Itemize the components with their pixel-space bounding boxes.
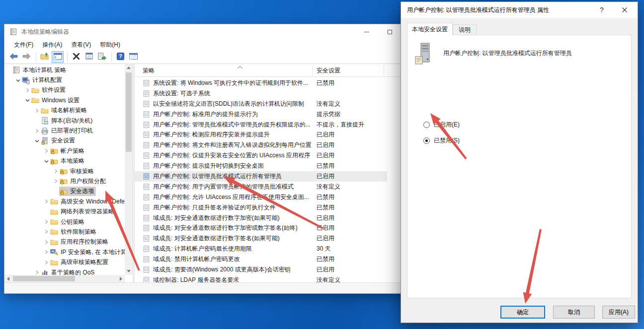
tree-item[interactable]: 公钥策略 — [4, 217, 125, 227]
tree-node[interactable]: 软件限制策略 — [50, 227, 98, 237]
tree-item[interactable]: 已部署的打印机 — [4, 126, 125, 135]
column-header-security-setting[interactable]: 安全设置 — [317, 66, 340, 75]
policy-row[interactable]: 用户帐户控制: 只提升签名并验证的可执行文件已禁用 — [135, 202, 387, 213]
collapsed-chevron-icon[interactable] — [34, 107, 40, 114]
tree-item[interactable]: 本地策略 — [4, 156, 125, 166]
help-button[interactable]: ? — [114, 51, 126, 63]
tree-node[interactable]: 本地策略 — [50, 156, 86, 166]
tree-node[interactable]: 安全设置 — [40, 136, 77, 145]
tree-item[interactable]: IP 安全策略, 在 本地计算 — [4, 247, 125, 257]
menu-item[interactable]: 文件(F) — [9, 39, 38, 51]
tree-node[interactable]: 安全选项 — [59, 187, 96, 196]
up-one-level-button[interactable] — [39, 51, 51, 63]
tree-node[interactable]: 脚本(启动/关机) — [40, 116, 94, 126]
tree-item[interactable]: 计算机配置 — [4, 75, 125, 85]
tree-item[interactable]: 用户权限分配 — [4, 176, 125, 186]
properties-button[interactable] — [83, 51, 95, 63]
collapsed-chevron-icon[interactable] — [34, 269, 40, 275]
dialog-title-bar[interactable]: 用户帐户控制: 以管理员批准模式运行所有管理员 属性 ? — [401, 2, 638, 18]
collapsed-chevron-icon[interactable] — [24, 87, 31, 94]
ok-button[interactable]: 确定 — [500, 306, 545, 319]
column-divider[interactable] — [384, 66, 384, 75]
forward-button[interactable] — [20, 51, 32, 63]
expanded-chevron-icon[interactable] — [24, 97, 31, 104]
tree-node[interactable]: 基于策略的 QoS — [40, 268, 96, 275]
tree-item[interactable]: 脚本(启动/关机) — [4, 116, 125, 126]
column-divider[interactable] — [313, 66, 313, 75]
collapsed-chevron-icon[interactable] — [43, 218, 50, 225]
tree-item[interactable]: 应用程序控制策略 — [4, 237, 125, 247]
back-button[interactable] — [7, 51, 19, 63]
column-header-policy[interactable]: 策略 — [143, 66, 155, 75]
tree-item[interactable]: 本地计算机 策略 — [4, 65, 125, 75]
tree-vertical-scrollbar[interactable] — [125, 64, 133, 275]
tree-item[interactable]: 软件限制策略 — [4, 227, 125, 237]
policy-row[interactable]: 用户帐户控制: 允许 UIAccess 应用程序在不使用安全桌面...已禁用 — [135, 192, 387, 202]
collapsed-chevron-icon[interactable] — [43, 249, 50, 256]
tree-node[interactable]: 网络列表管理器策略 — [50, 207, 116, 216]
expanded-chevron-icon[interactable] — [43, 158, 50, 165]
title-bar[interactable]: 本地组策略编辑器 — [4, 24, 427, 39]
radio-option[interactable]: 已禁用(S) — [423, 136, 460, 144]
collapsed-chevron-icon[interactable] — [43, 239, 50, 246]
tree-node[interactable]: 公钥策略 — [50, 217, 86, 227]
policy-row[interactable]: 域成员: 计算机帐户密码最长使用期限30 天 — [135, 244, 387, 254]
tree-item[interactable]: 基于策略的 QoS — [4, 267, 125, 275]
policy-row[interactable]: 域成员: 对安全通道数据进行数字签名(如果可能)已启用 — [135, 233, 387, 244]
scrollbar-thumb[interactable] — [126, 72, 132, 152]
tree-item[interactable]: 高级安全 Windows Defe — [4, 197, 125, 206]
tree-item[interactable]: 安全设置 — [4, 136, 125, 146]
tab-explain[interactable]: 说明 — [453, 24, 477, 35]
tree-node[interactable]: 用户权限分配 — [59, 177, 108, 186]
close-button[interactable] — [614, 2, 636, 18]
policy-row[interactable]: 域成员: 对安全通道数据进行数字加密或数字签名(始终)已启用 — [135, 223, 387, 233]
collapsed-chevron-icon[interactable] — [53, 178, 59, 185]
scroll-right-icon[interactable] — [117, 275, 125, 282]
policy-row[interactable]: 用户帐户控制: 以管理员批准模式运行所有管理员已启用 — [135, 171, 387, 182]
radio-option[interactable]: 已启用(E) — [423, 121, 460, 129]
collapsed-chevron-icon[interactable] — [34, 128, 40, 134]
menu-item[interactable]: 查看(V) — [67, 39, 95, 51]
tree-node[interactable]: 已部署的打印机 — [40, 126, 95, 135]
tree-node[interactable]: 本地计算机 策略 — [12, 66, 68, 75]
policy-row[interactable]: 域控制器: LDAP 服务器签名要求没有定义 — [135, 275, 387, 282]
menu-item[interactable]: 操作(A) — [38, 39, 67, 51]
policy-row[interactable]: 用户帐户控制: 管理员批准模式中管理员的提升权限提示的...不提示，直接提升 — [135, 120, 387, 130]
help-button[interactable]: ? — [591, 2, 613, 18]
delete-button[interactable] — [70, 51, 82, 63]
scroll-down-icon[interactable] — [125, 267, 133, 275]
tree-node[interactable]: 帐户策略 — [50, 146, 86, 156]
tree-item[interactable]: 安全选项 — [4, 187, 125, 197]
policy-row[interactable]: 用户帐户控制: 仅提升安装在安全位置的 UIAccess 应用程序已启用 — [135, 150, 387, 161]
tree-node[interactable]: 审核策略 — [59, 167, 96, 176]
collapsed-chevron-icon[interactable] — [53, 168, 59, 175]
collapsed-chevron-icon[interactable] — [43, 259, 50, 266]
policy-row[interactable]: 以安全描述符定义语言(SDDL)语法表示的计算机访问限制没有定义 — [135, 99, 387, 109]
policy-row[interactable]: 域成员: 需要强(Windows 2000 或更高版本)会话密钥已启用 — [135, 264, 387, 275]
scroll-up-icon[interactable] — [125, 64, 133, 71]
tree-item[interactable]: 帐户策略 — [4, 146, 125, 156]
minimize-button[interactable] — [355, 24, 378, 39]
tree-node[interactable]: 域名解析策略 — [40, 106, 89, 115]
cancel-button[interactable]: 取消 — [553, 306, 595, 319]
policy-row[interactable]: 用户帐户控制: 标准用户的提升提示行为提示凭据 — [135, 109, 387, 120]
tab-local-security-setting[interactable]: 本地安全设置 — [407, 23, 453, 35]
policy-row[interactable]: 域成员: 禁用计算机帐户密码更改已禁用 — [135, 254, 387, 264]
maximize-button[interactable] — [378, 24, 401, 39]
policy-row[interactable]: 域成员: 对安全通道数据进行数字加密(如果可能)已启用 — [135, 213, 387, 223]
expanded-chevron-icon[interactable] — [15, 77, 21, 84]
policy-row[interactable]: 用户帐户控制: 提示提升时切换到安全桌面已禁用 — [135, 161, 387, 171]
show-console-tree-button[interactable] — [52, 51, 64, 63]
tree-horizontal-scrollbar[interactable] — [4, 275, 125, 282]
export-list-button[interactable] — [96, 51, 108, 63]
new-window-button[interactable] — [127, 51, 139, 63]
tree-node[interactable]: 高级审核策略配置 — [50, 258, 110, 267]
collapsed-chevron-icon[interactable] — [43, 147, 50, 154]
collapsed-chevron-icon[interactable] — [43, 228, 50, 235]
apply-button[interactable]: 应用(A) — [602, 306, 635, 319]
policy-row[interactable]: 用户帐户控制: 检测应用程序安装并提示提升已启用 — [135, 130, 387, 140]
policy-row[interactable]: 用户帐户控制: 将文件和注册表写入错误虚拟化到每用户位置已启用 — [135, 140, 387, 150]
tree-node[interactable]: 计算机配置 — [21, 75, 64, 85]
scrollbar-thumb[interactable] — [13, 276, 75, 281]
tree-node[interactable]: 应用程序控制策略 — [50, 237, 110, 247]
